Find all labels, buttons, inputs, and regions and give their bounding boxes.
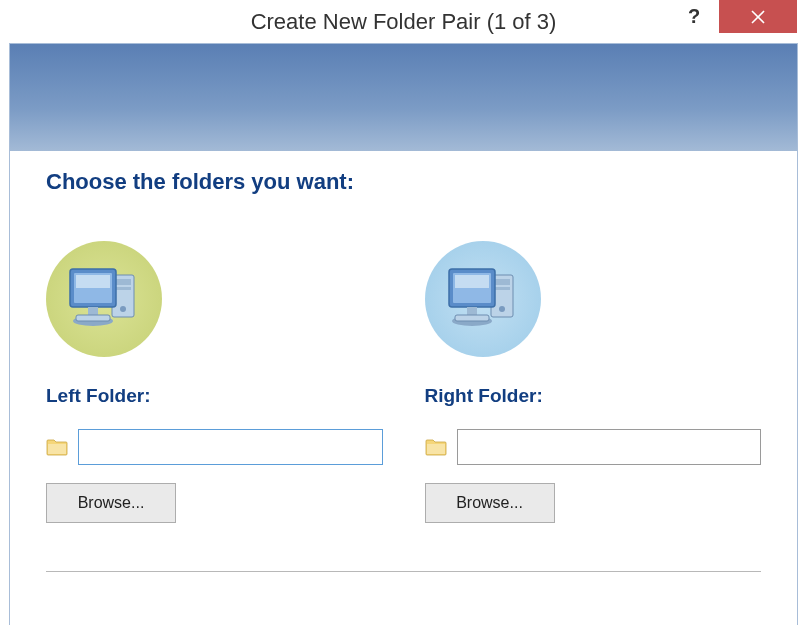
folder-icon [425, 438, 447, 456]
left-folder-input[interactable] [78, 429, 383, 465]
wizard-content: Choose the folders you want: Left Folder… [9, 151, 798, 625]
computer-icon [62, 257, 146, 341]
divider [46, 571, 761, 572]
svg-rect-18 [455, 275, 489, 288]
banner-header [9, 43, 798, 151]
left-input-row [46, 429, 383, 465]
svg-rect-4 [115, 287, 131, 290]
page-heading: Choose the folders you want: [46, 169, 761, 195]
svg-point-5 [120, 306, 126, 312]
svg-rect-11 [76, 315, 110, 321]
right-browse-button[interactable]: Browse... [425, 483, 555, 523]
svg-rect-21 [455, 315, 489, 321]
svg-point-15 [499, 306, 505, 312]
left-browse-button[interactable]: Browse... [46, 483, 176, 523]
svg-rect-14 [494, 287, 510, 290]
close-button[interactable] [719, 0, 797, 33]
right-folder-label: Right Folder: [425, 385, 762, 407]
titlebar: Create New Folder Pair (1 of 3) ? [0, 0, 807, 43]
titlebar-buttons: ? [669, 0, 797, 33]
left-folder-column: Left Folder: Browse... [46, 241, 383, 523]
right-input-row [425, 429, 762, 465]
svg-rect-13 [494, 279, 510, 285]
computer-icon [441, 257, 525, 341]
close-icon [751, 10, 765, 24]
folder-pair-row: Left Folder: Browse... [46, 241, 761, 523]
right-folder-input[interactable] [457, 429, 762, 465]
right-computer-badge [425, 241, 541, 357]
left-computer-badge [46, 241, 162, 357]
svg-rect-3 [115, 279, 131, 285]
help-button[interactable]: ? [669, 0, 719, 33]
left-folder-label: Left Folder: [46, 385, 383, 407]
folder-icon [46, 438, 68, 456]
svg-rect-8 [76, 275, 110, 288]
right-folder-column: Right Folder: Browse... [425, 241, 762, 523]
